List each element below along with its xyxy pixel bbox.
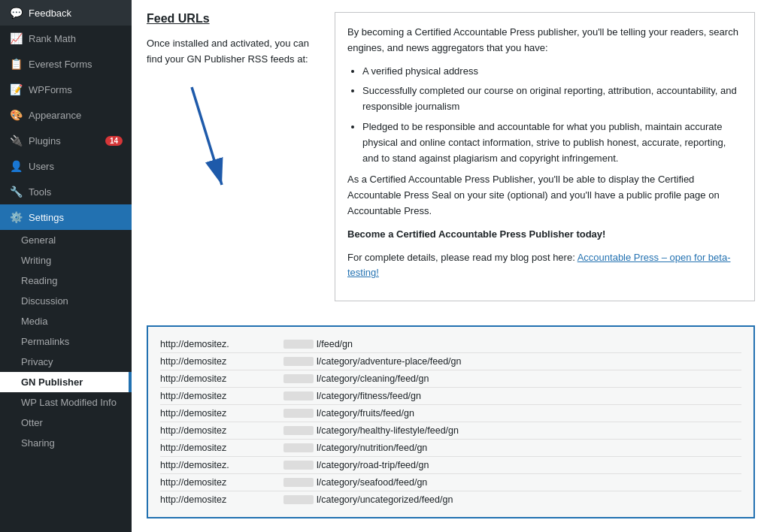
sidebar-item-settings[interactable]: ⚙️ Settings bbox=[0, 204, 132, 230]
sidebar-item-label: Feedback bbox=[29, 8, 123, 19]
submenu-discussion[interactable]: Discussion bbox=[0, 291, 132, 311]
info-box: By becoming a Certified Accountable Pres… bbox=[335, 12, 755, 301]
right-column: By becoming a Certified Accountable Pres… bbox=[335, 12, 755, 313]
url-right: l/category/uncategorized/feed/gn bbox=[317, 494, 453, 505]
sidebar-item-label: Everest Forms bbox=[29, 59, 123, 70]
bullet-2: Successfully completed our course on ori… bbox=[362, 83, 742, 115]
url-row: http://demositez l/category/seafood/feed… bbox=[160, 474, 741, 491]
tools-icon: 🔧 bbox=[9, 185, 23, 198]
users-icon: 👤 bbox=[9, 159, 23, 173]
sidebar-item-rank-math[interactable]: 📈 Rank Math bbox=[0, 26, 132, 51]
url-mid-redacted bbox=[283, 461, 314, 470]
url-right: l/category/road-trip/feed/gn bbox=[317, 460, 429, 470]
settings-icon: ⚙️ bbox=[9, 210, 23, 224]
url-left: http://demositez bbox=[160, 408, 280, 419]
plugins-icon: 🔌 bbox=[9, 134, 23, 147]
svg-line-1 bbox=[192, 87, 222, 185]
everest-forms-icon: 📋 bbox=[9, 57, 23, 71]
info-para-2: As a Certified Accountable Press Publish… bbox=[347, 172, 742, 219]
url-mid-redacted bbox=[283, 478, 314, 487]
info-para-4: For complete details, please read my blo… bbox=[347, 250, 742, 282]
url-right: l/category/adventure-place/feed/gn bbox=[317, 356, 462, 367]
bullet-list: A verified physical address Successfully… bbox=[362, 64, 742, 167]
feedback-icon: 💬 bbox=[9, 6, 23, 20]
sidebar: 💬 Feedback 📈 Rank Math 📋 Everest Forms 📝… bbox=[0, 0, 132, 532]
sidebar-item-plugins[interactable]: 🔌 Plugins 14 bbox=[0, 128, 132, 153]
sidebar-item-tools[interactable]: 🔧 Tools bbox=[0, 179, 132, 204]
url-right: l/category/nutrition/feed/gn bbox=[317, 443, 427, 453]
plugins-badge: 14 bbox=[105, 136, 123, 146]
sidebar-item-label: Appearance bbox=[29, 110, 123, 121]
url-right: l/category/cleaning/feed/gn bbox=[317, 373, 429, 384]
sidebar-item-label: Tools bbox=[29, 186, 123, 198]
url-left: http://demositez bbox=[160, 356, 280, 367]
url-left: http://demositez bbox=[160, 425, 280, 436]
feed-urls-title: Feed URLs bbox=[147, 12, 320, 26]
sidebar-item-label: Users bbox=[29, 161, 123, 172]
sidebar-item-users[interactable]: 👤 Users bbox=[0, 153, 132, 179]
submenu-general[interactable]: General bbox=[0, 230, 132, 250]
submenu-permalinks[interactable]: Permalinks bbox=[0, 331, 132, 352]
url-left: http://demositez bbox=[160, 494, 280, 505]
url-mid-redacted bbox=[283, 426, 314, 435]
bullet-1: A verified physical address bbox=[362, 64, 742, 80]
bullet-3: Pledged to be responsible and accountabl… bbox=[362, 119, 742, 166]
url-row: http://demositez. l/category/road-trip/f… bbox=[160, 457, 741, 474]
sidebar-item-label: Settings bbox=[29, 212, 123, 223]
url-left: http://demositez. bbox=[160, 339, 280, 349]
sidebar-item-feedback[interactable]: 💬 Feedback bbox=[0, 0, 132, 26]
arrow-container bbox=[147, 80, 297, 215]
url-mid-redacted bbox=[283, 495, 314, 504]
url-mid-redacted bbox=[283, 443, 314, 452]
url-table-container: http://demositez. l/feed/gn http://demos… bbox=[147, 325, 755, 518]
submenu-gn-publisher[interactable]: GN Publisher bbox=[0, 372, 132, 392]
url-row: http://demositez l/category/fruits/feed/… bbox=[160, 405, 741, 422]
arrow-graphic bbox=[147, 80, 282, 200]
url-right: l/category/healthy-lifestyle/feed/gn bbox=[317, 425, 459, 436]
sidebar-item-label: WPForms bbox=[29, 84, 123, 95]
sidebar-item-label: Plugins bbox=[29, 135, 99, 147]
url-right: l/category/fruits/feed/gn bbox=[317, 408, 414, 419]
url-left: http://demositez bbox=[160, 391, 280, 401]
info-para-3: Become a Certified Accountable Press Pub… bbox=[347, 227, 742, 243]
url-mid-redacted bbox=[283, 409, 314, 418]
submenu-reading[interactable]: Reading bbox=[0, 271, 132, 291]
info-para-1: By becoming a Certified Accountable Pres… bbox=[347, 25, 742, 56]
url-row: http://demositez l/category/fitness/feed… bbox=[160, 388, 741, 405]
url-row: http://demositez l/category/cleaning/fee… bbox=[160, 370, 741, 388]
sidebar-item-label: Rank Math bbox=[29, 33, 123, 44]
submenu-privacy[interactable]: Privacy bbox=[0, 352, 132, 372]
feed-description: Once installed and activated, you can fi… bbox=[147, 36, 320, 68]
url-row: http://demositez l/category/uncategorize… bbox=[160, 491, 741, 508]
sidebar-item-everest-forms[interactable]: 📋 Everest Forms bbox=[0, 51, 132, 77]
url-mid-redacted bbox=[283, 357, 314, 366]
url-left: http://demositez. bbox=[160, 460, 280, 470]
url-row: http://demositez. l/feed/gn bbox=[160, 336, 741, 353]
sidebar-item-wpforms[interactable]: 📝 WPForms bbox=[0, 77, 132, 102]
appearance-icon: 🎨 bbox=[9, 108, 23, 122]
main-content: Feed URLs Once installed and activated, … bbox=[132, 0, 770, 532]
submenu-media[interactable]: Media bbox=[0, 311, 132, 331]
url-row: http://demositez l/category/healthy-life… bbox=[160, 422, 741, 440]
sidebar-item-appearance[interactable]: 🎨 Appearance bbox=[0, 102, 132, 128]
submenu-otter[interactable]: Otter bbox=[0, 413, 132, 433]
url-right: l/category/fitness/feed/gn bbox=[317, 391, 421, 401]
url-rows: http://demositez. l/feed/gn http://demos… bbox=[160, 336, 741, 508]
submenu-sharing[interactable]: Sharing bbox=[0, 433, 132, 453]
url-row: http://demositez l/category/adventure-pl… bbox=[160, 353, 741, 370]
rank-math-icon: 📈 bbox=[9, 32, 23, 45]
url-mid-redacted bbox=[283, 374, 314, 383]
url-left: http://demositez bbox=[160, 373, 280, 384]
submenu-wp-last-modified[interactable]: WP Last Modified Info bbox=[0, 392, 132, 413]
url-mid-redacted bbox=[283, 391, 314, 401]
url-left: http://demositez bbox=[160, 477, 280, 488]
submenu-writing[interactable]: Writing bbox=[0, 250, 132, 271]
url-mid-redacted bbox=[283, 340, 314, 349]
left-column: Feed URLs Once installed and activated, … bbox=[147, 12, 320, 313]
wpforms-icon: 📝 bbox=[9, 83, 23, 96]
url-left: http://demositez bbox=[160, 443, 280, 453]
url-row: http://demositez l/category/nutrition/fe… bbox=[160, 440, 741, 457]
main-columns: Feed URLs Once installed and activated, … bbox=[132, 0, 770, 325]
url-right: l/feed/gn bbox=[317, 339, 353, 349]
url-right: l/category/seafood/feed/gn bbox=[317, 477, 427, 488]
